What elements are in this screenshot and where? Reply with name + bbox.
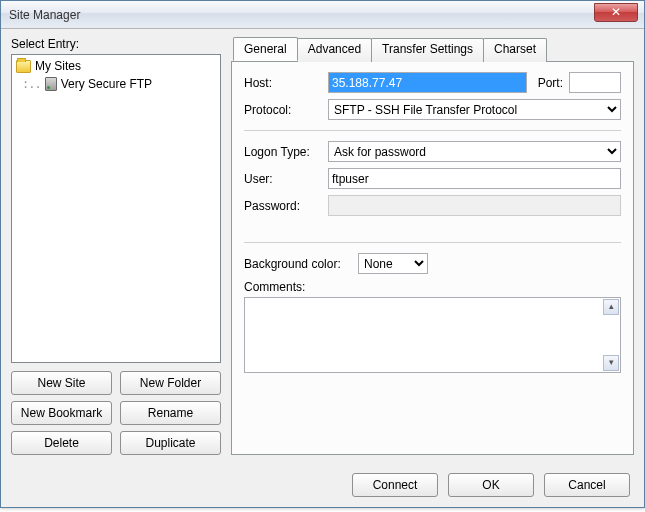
connect-button[interactable]: Connect (352, 473, 438, 497)
divider-1 (244, 130, 621, 131)
comments-label: Comments: (244, 280, 621, 294)
server-icon (45, 77, 57, 91)
user-row: User: (244, 168, 621, 189)
left-pane: Select Entry: My Sites :.. Very Secure F… (11, 37, 221, 455)
new-site-button[interactable]: New Site (11, 371, 112, 395)
host-input[interactable] (328, 72, 527, 93)
scroll-up-icon[interactable]: ▴ (603, 299, 619, 315)
ok-button[interactable]: OK (448, 473, 534, 497)
host-row: Host: Port: (244, 72, 621, 93)
tree-item-label: Very Secure FTP (61, 77, 152, 91)
bgcolor-label: Background color: (244, 257, 352, 271)
left-button-grid: New Site New Folder New Bookmark Rename … (11, 371, 221, 455)
bgcolor-select[interactable]: None (358, 253, 428, 274)
right-pane: General Advanced Transfer Settings Chars… (231, 37, 634, 455)
protocol-row: Protocol: SFTP - SSH File Transfer Proto… (244, 99, 621, 120)
tab-transfer-settings[interactable]: Transfer Settings (371, 38, 484, 62)
duplicate-button[interactable]: Duplicate (120, 431, 221, 455)
folder-icon (16, 60, 31, 73)
new-bookmark-button[interactable]: New Bookmark (11, 401, 112, 425)
password-input (328, 195, 621, 216)
rename-button[interactable]: Rename (120, 401, 221, 425)
tree-root-label: My Sites (35, 59, 81, 73)
select-entry-label: Select Entry: (11, 37, 221, 51)
comments-textarea[interactable]: ▴ ▾ (244, 297, 621, 373)
host-label: Host: (244, 76, 322, 90)
tab-advanced[interactable]: Advanced (297, 38, 372, 62)
port-input[interactable] (569, 72, 621, 93)
protocol-select[interactable]: SFTP - SSH File Transfer Protocol (328, 99, 621, 120)
tree-item-site[interactable]: :.. Very Secure FTP (14, 75, 218, 93)
cancel-button[interactable]: Cancel (544, 473, 630, 497)
footer: Connect OK Cancel (1, 463, 644, 507)
content-area: Select Entry: My Sites :.. Very Secure F… (1, 29, 644, 463)
logon-type-select[interactable]: Ask for password (328, 141, 621, 162)
scroll-down-icon[interactable]: ▾ (603, 355, 619, 371)
tree-root[interactable]: My Sites (14, 57, 218, 75)
close-button[interactable]: ✕ (594, 3, 638, 22)
delete-button[interactable]: Delete (11, 431, 112, 455)
tab-charset[interactable]: Charset (483, 38, 547, 62)
divider-2 (244, 242, 621, 243)
window-title: Site Manager (9, 8, 594, 22)
site-tree[interactable]: My Sites :.. Very Secure FTP (11, 54, 221, 363)
password-label: Password: (244, 199, 322, 213)
logon-type-label: Logon Type: (244, 145, 322, 159)
logon-type-row: Logon Type: Ask for password (244, 141, 621, 162)
tab-panel-general: Host: Port: Protocol: SFTP - SSH File Tr… (231, 61, 634, 455)
tab-general[interactable]: General (233, 37, 298, 61)
tab-strip: General Advanced Transfer Settings Chars… (233, 37, 634, 61)
titlebar: Site Manager ✕ (1, 1, 644, 29)
new-folder-button[interactable]: New Folder (120, 371, 221, 395)
protocol-label: Protocol: (244, 103, 322, 117)
user-label: User: (244, 172, 322, 186)
site-manager-window: Site Manager ✕ Select Entry: My Sites :.… (0, 0, 645, 508)
bgcolor-row: Background color: None (244, 253, 621, 274)
password-row: Password: (244, 195, 621, 216)
tree-connector: :.. (22, 77, 41, 91)
user-input[interactable] (328, 168, 621, 189)
port-label: Port: (533, 76, 563, 90)
